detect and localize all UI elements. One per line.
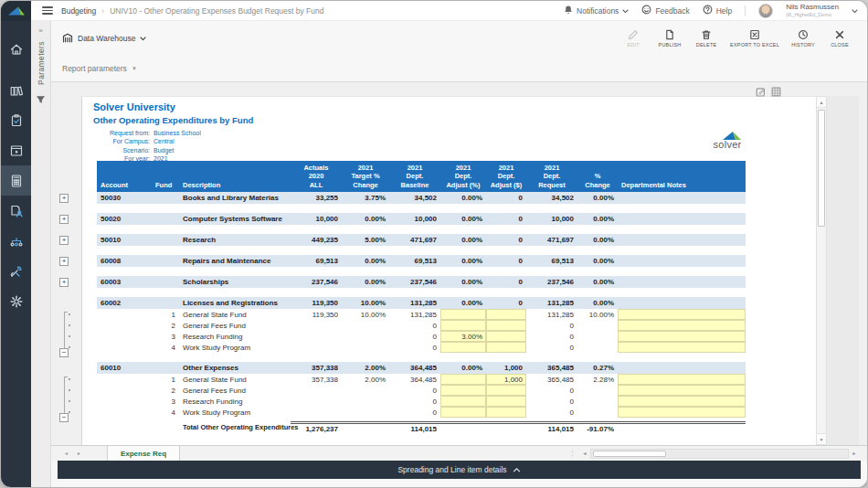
cell-notes[interactable] — [618, 320, 746, 331]
prev-sheet-icon[interactable]: ◄ — [64, 451, 69, 456]
close-button[interactable]: CLOSE — [823, 27, 856, 49]
sidebar-item-process[interactable] — [1, 226, 31, 256]
cell-adjust-usd[interactable] — [486, 407, 526, 418]
report-param-value: Budget — [153, 146, 174, 154]
help-button[interactable]: Help — [703, 5, 732, 16]
cell-dept-baseline: 0 — [389, 396, 440, 407]
cell-dept-request: 0 — [526, 385, 577, 396]
cell-target-change: 5.00% — [342, 234, 389, 246]
scrollbar-track[interactable] — [590, 449, 849, 459]
cell-fund: 4 — [152, 407, 179, 418]
drag-handle-icon[interactable]: ⋮ — [569, 450, 576, 457]
cell-adjust-usd[interactable] — [486, 342, 526, 353]
cell-adjust-usd: 0 — [486, 192, 526, 204]
account-row: 60010Other Expenses357,3382.00%364,4850.… — [97, 362, 746, 374]
menu-icon[interactable] — [42, 5, 53, 16]
cell-notes[interactable] — [618, 309, 746, 320]
cell-dept-request: 131,285 — [526, 309, 577, 320]
feedback-button[interactable]: Feedback — [641, 5, 689, 16]
cell-adjust-usd[interactable]: 1,000 — [486, 374, 526, 385]
cell-adjust-pct[interactable] — [440, 342, 486, 353]
toolbar-action-label: HISTORY — [791, 42, 815, 48]
smiley-icon — [641, 5, 651, 16]
cell-notes[interactable] — [618, 331, 746, 342]
cell-adjust-usd[interactable] — [486, 320, 526, 331]
sidebar-item-home[interactable] — [1, 34, 31, 64]
collapse-group-button[interactable]: − — [59, 413, 69, 422]
sidebar-item-library[interactable] — [1, 75, 31, 105]
cell-dept-request: 114,015 — [526, 421, 577, 433]
cell-adjust-pct[interactable] — [440, 385, 486, 396]
scroll-up-icon[interactable]: ▲ — [817, 97, 826, 108]
user-menu[interactable]: Nils Rasmussen 06_HigherEd_Demo — [786, 4, 839, 17]
horizontal-scrollbar[interactable]: ⋮ ◄ ► — [569, 446, 860, 461]
report-parameters-dropdown[interactable]: Report parameters ▼ — [51, 56, 867, 81]
cell-adjust-pct[interactable]: 3.00% — [440, 331, 486, 342]
outline-row-dot — [69, 389, 70, 391]
next-sheet-icon[interactable]: ► — [77, 451, 81, 456]
cell-notes[interactable] — [618, 385, 746, 396]
table-header: AccountFundDescriptionActuals 2020 ALL20… — [97, 161, 746, 192]
cell-adjust-pct[interactable] — [440, 309, 486, 320]
expand-group-button[interactable]: + — [59, 257, 69, 266]
chevron-down-icon[interactable] — [852, 6, 858, 16]
cell-target-change — [342, 342, 389, 353]
report-company: Solver University — [93, 101, 175, 112]
expand-panel-icon[interactable]: » — [38, 27, 42, 35]
org-nodes-icon — [9, 234, 24, 249]
sidebar-item-reporting[interactable] — [1, 135, 31, 165]
collapse-group-button[interactable]: − — [59, 348, 69, 357]
publish-button[interactable]: PUBLISH — [653, 27, 686, 49]
cell-adjust-usd[interactable] — [486, 396, 526, 407]
expand-group-button[interactable]: + — [59, 236, 69, 245]
sidebar-item-administration[interactable] — [1, 256, 31, 286]
cell-notes[interactable] — [618, 396, 746, 407]
cell-pct-change: 0.27% — [577, 362, 618, 374]
cell-target-change — [342, 320, 389, 331]
solver-logo-icon[interactable] — [1, 1, 31, 21]
cell-notes[interactable] — [618, 374, 746, 385]
delete-button[interactable]: DELETE — [690, 27, 723, 49]
cell-notes[interactable] — [618, 342, 746, 353]
expand-group-button[interactable]: + — [59, 215, 69, 224]
scroll-left-icon[interactable]: ◄ — [579, 451, 590, 456]
cell-target-change: 0.00% — [342, 213, 389, 225]
sidebar-item-assignments[interactable] — [1, 196, 31, 226]
expand-group-button[interactable]: + — [59, 194, 69, 203]
scrollbar-thumb[interactable] — [818, 110, 825, 227]
grid-view-icon[interactable] — [771, 84, 781, 101]
parameters-panel-collapsed[interactable]: » Parameters — [31, 21, 51, 487]
sidebar-item-tasks[interactable] — [1, 105, 31, 135]
sidebar-item-budgeting[interactable] — [1, 165, 31, 196]
cell-description: Licenses and Registrations — [179, 297, 291, 309]
cell-adjust-pct[interactable] — [440, 396, 486, 407]
edit-cell-icon[interactable] — [756, 84, 766, 101]
export-to-excel-button[interactable]: EXPORT TO EXCEL — [726, 27, 783, 49]
data-source-dropdown[interactable]: Data Warehouse — [62, 32, 146, 45]
cell-adjust-pct[interactable] — [440, 407, 486, 418]
breadcrumb-section[interactable]: Budgeting — [61, 6, 96, 16]
scroll-down-icon[interactable]: ▼ — [817, 433, 826, 444]
cell-notes[interactable] — [618, 407, 746, 418]
cell-adjust-pct[interactable] — [440, 320, 486, 331]
chevron-up-icon — [513, 468, 521, 472]
cell-dept-request: 237,546 — [526, 276, 577, 288]
avatar[interactable] — [758, 4, 773, 18]
cell-pct-change: 2.28% — [577, 374, 618, 385]
notifications-button[interactable]: Notifications — [564, 5, 629, 16]
expand-group-button[interactable]: + — [59, 278, 69, 287]
sidebar-item-settings[interactable] — [1, 286, 31, 316]
cell-actuals: 237,546 — [291, 276, 342, 288]
sheet-tab-expense-req[interactable]: Expense Req — [107, 446, 180, 461]
scroll-right-icon[interactable]: ► — [849, 451, 860, 456]
cell-adjust-usd[interactable] — [486, 309, 526, 320]
vertical-scrollbar[interactable]: ▲ ▼ — [816, 96, 827, 445]
cell-adjust-usd[interactable] — [486, 331, 526, 342]
cell-adjust-pct[interactable] — [440, 374, 486, 385]
cell-pct-change: 10.00% — [577, 309, 618, 320]
spreading-details-bar[interactable]: Spreading and Line item details — [58, 461, 861, 479]
cell-dept-baseline: 0 — [389, 385, 440, 396]
history-button[interactable]: HISTORY — [787, 27, 820, 49]
scrollbar-thumb[interactable] — [593, 451, 666, 457]
cell-adjust-usd[interactable] — [486, 385, 526, 396]
